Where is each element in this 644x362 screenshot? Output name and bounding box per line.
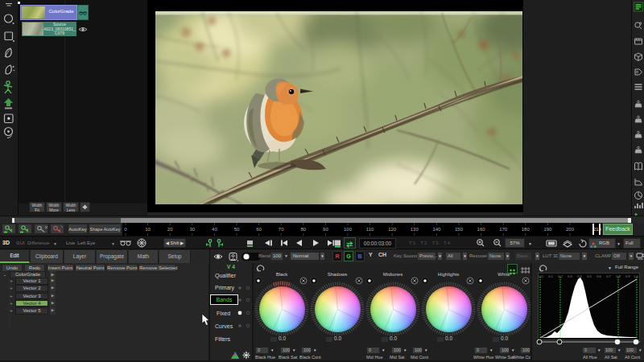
- svg-text:50: 50: [234, 227, 240, 232]
- svg-text:200: 200: [566, 227, 575, 232]
- svg-text:40: 40: [212, 227, 217, 232]
- svg-text:150: 150: [455, 227, 464, 232]
- svg-text:80: 80: [300, 227, 306, 232]
- svg-text:190: 190: [543, 227, 552, 232]
- svg-text:0.6: 0.6: [597, 274, 601, 278]
- svg-text:170: 170: [499, 227, 508, 232]
- svg-text:0.5: 0.5: [587, 274, 592, 278]
- svg-text:0.3: 0.3: [568, 274, 572, 278]
- svg-text:0.7: 0.7: [606, 274, 611, 278]
- svg-text:0.9: 0.9: [625, 274, 630, 278]
- svg-text:10: 10: [145, 227, 151, 232]
- svg-text:100: 100: [344, 227, 353, 232]
- svg-text:0: 0: [124, 227, 127, 232]
- svg-text:180: 180: [522, 227, 530, 232]
- svg-text:30: 30: [189, 227, 195, 232]
- svg-text:120: 120: [388, 227, 397, 232]
- svg-text:60: 60: [256, 227, 262, 232]
- svg-text:110: 110: [366, 227, 374, 232]
- svg-text:160: 160: [477, 227, 486, 232]
- svg-text:70: 70: [279, 227, 284, 232]
- svg-text:20: 20: [167, 227, 173, 232]
- svg-text:90: 90: [323, 227, 328, 232]
- svg-text:0.0: 0.0: [539, 274, 543, 278]
- svg-text:1.0: 1.0: [634, 274, 638, 278]
- svg-text:0.1: 0.1: [548, 274, 553, 278]
- svg-text:130: 130: [411, 227, 419, 232]
- svg-text:0.4: 0.4: [577, 274, 582, 278]
- svg-text:140: 140: [432, 227, 441, 232]
